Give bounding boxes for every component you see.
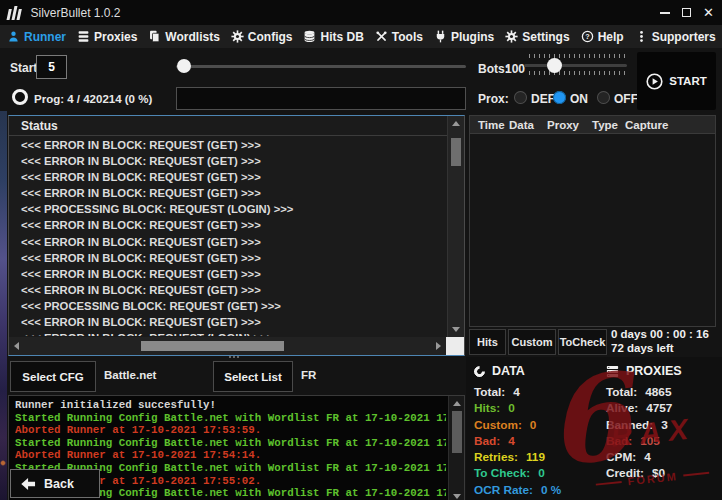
- stat-row: Credit: $0: [606, 466, 722, 482]
- tab-tocheck[interactable]: ToCheck: [558, 329, 607, 355]
- scroll-up-arrow-icon[interactable]: [452, 121, 460, 126]
- tab-custom[interactable]: Custom: [508, 329, 556, 355]
- status-column-header[interactable]: Status: [21, 119, 58, 133]
- proxies-stats-panel: PROXIES Total: 4865 Alive: 4757 Banned: …: [606, 362, 722, 483]
- prox-label: Prox:: [478, 92, 509, 106]
- stat-label: Retries:: [474, 450, 518, 466]
- stat-row: Hits: 0: [474, 401, 599, 417]
- menu-label: Help: [598, 30, 624, 44]
- stat-row: Total: 4: [474, 385, 599, 401]
- menu-item-hits-db[interactable]: Hits DB: [303, 30, 363, 44]
- maximize-button[interactable]: [682, 8, 691, 17]
- column-header[interactable]: Time: [478, 119, 509, 131]
- status-hscroll-thumb[interactable]: [141, 341, 284, 351]
- bots-slider-handle[interactable]: [547, 58, 562, 73]
- scroll-down-arrow-icon[interactable]: [453, 494, 461, 499]
- menu-item-help[interactable]: ? Help: [581, 30, 624, 44]
- log-line: Runner initialized succesfully!: [15, 399, 446, 412]
- bots-slider-track[interactable]: [524, 64, 627, 67]
- column-header[interactable]: Type: [592, 119, 625, 131]
- stat-value: 0: [530, 418, 537, 434]
- help-icon: ?: [581, 30, 594, 43]
- status-row: <<< ERROR IN BLOCK: REQUEST (GET) >>>: [21, 153, 445, 169]
- app-window: SilverBullet 1.0.2 ✕ Runner Proxies Word…: [0, 0, 722, 500]
- stat-value: 4757: [646, 401, 672, 417]
- column-header[interactable]: Capture: [625, 119, 668, 131]
- menu-item-proxies[interactable]: Proxies: [77, 30, 137, 44]
- stat-label: Total:: [474, 385, 505, 401]
- stat-value: $0: [652, 466, 665, 482]
- stat-label: CPM:: [606, 450, 636, 466]
- close-button[interactable]: ✕: [703, 6, 714, 19]
- start-slider-handle[interactable]: [177, 59, 191, 73]
- stat-label: Banned:: [606, 418, 653, 434]
- log-vscroll-thumb[interactable]: [452, 411, 462, 453]
- menu-item-settings[interactable]: Settings: [505, 30, 569, 44]
- status-header-divider: [9, 135, 447, 136]
- stat-value: 105: [640, 434, 660, 450]
- scroll-left-arrow-icon[interactable]: [14, 342, 19, 350]
- data-rows: Total: 4 Hits: 0 Custom: 0 Bad: 4: [474, 385, 599, 499]
- menu-label: Tools: [392, 30, 423, 44]
- results-table: TimeDataProxyTypeCapture: [469, 115, 716, 327]
- selected-wordlist-value: FR: [301, 369, 316, 381]
- column-header[interactable]: Data: [509, 119, 547, 131]
- stat-value: 4: [513, 385, 520, 401]
- bots-ticks-bottom: [529, 71, 628, 75]
- menu-item-runner[interactable]: Runner: [7, 30, 66, 44]
- select-list-button[interactable]: Select List: [213, 361, 293, 392]
- results-table-header: TimeDataProxyTypeCapture: [470, 116, 715, 134]
- select-cfg-button[interactable]: Select CFG: [10, 361, 96, 392]
- menu-label: Supporters: [652, 30, 716, 44]
- data-ring-icon: [472, 363, 488, 379]
- menu-label: Hits DB: [320, 30, 363, 44]
- stat-row: Total: 4865: [606, 385, 722, 401]
- prox-option-def[interactable]: DEF: [531, 92, 555, 106]
- prox-radio-def[interactable]: [514, 91, 527, 104]
- prox-radio-on[interactable]: [553, 91, 566, 104]
- menu-item-configs[interactable]: Configs: [231, 30, 293, 44]
- log-vertical-scrollbar[interactable]: [448, 396, 464, 500]
- back-arrow-icon: [20, 477, 37, 491]
- elapsed-timer: 0 days 00 : 00 : 16: [611, 328, 709, 340]
- prox-option-on[interactable]: ON: [570, 92, 588, 106]
- app-logo-icon: [7, 6, 22, 20]
- prox-radio-off[interactable]: [597, 91, 610, 104]
- start-button[interactable]: START: [637, 52, 716, 110]
- scrollbar-corner: [446, 337, 464, 355]
- menu-label: Plugins: [451, 30, 494, 44]
- prog-radio[interactable]: [12, 89, 28, 105]
- start-slider-track[interactable]: [176, 65, 466, 68]
- status-vscroll-thumb[interactable]: [451, 138, 461, 166]
- splitter-grip[interactable]: [228, 355, 240, 360]
- menu-item-supporters[interactable]: Supporters: [635, 30, 716, 44]
- column-header[interactable]: Proxy: [547, 119, 592, 131]
- status-row: <<< ERROR IN BLOCK: REQUEST (GET) >>>: [21, 234, 445, 250]
- menu-item-tools[interactable]: Tools: [375, 30, 423, 44]
- wordlists-icon: [148, 30, 161, 43]
- tab-hits[interactable]: Hits: [469, 329, 506, 355]
- scroll-up-arrow-icon[interactable]: [453, 401, 461, 406]
- data-panel-header: DATA: [474, 362, 599, 380]
- prog-input[interactable]: [176, 87, 466, 110]
- server-stack-icon: [606, 365, 619, 378]
- menu-item-plugins[interactable]: Plugins: [434, 30, 494, 44]
- stat-row: Retries: 119: [474, 450, 599, 466]
- scroll-down-arrow-icon[interactable]: [452, 327, 460, 332]
- log-line: Started Running Config Battle.net with W…: [15, 412, 446, 425]
- menu-item-wordlists[interactable]: Wordlists: [148, 30, 219, 44]
- start-input[interactable]: [36, 55, 67, 79]
- status-row: <<< ERROR IN BLOCK: REQUEST (GET) >>>: [21, 250, 445, 266]
- status-horizontal-scrollbar[interactable]: [9, 337, 446, 355]
- status-row: <<< ERROR IN BLOCK: REQUEST (GET) >>>: [21, 137, 445, 153]
- log-line: Aborted Runner at 17-10-2021 17:54:14.: [15, 449, 446, 462]
- status-row: <<< ERROR IN BLOCK: REQUEST (GET) >>>: [21, 282, 445, 298]
- minimize-button[interactable]: [660, 12, 670, 14]
- stat-value: 4: [508, 434, 515, 450]
- menu-label: Runner: [24, 30, 66, 44]
- back-button[interactable]: Back: [10, 469, 100, 498]
- prox-option-off[interactable]: OFF: [614, 92, 638, 106]
- status-vertical-scrollbar[interactable]: [447, 116, 464, 337]
- scroll-right-arrow-icon[interactable]: [436, 342, 441, 350]
- titlebar: SilverBullet 1.0.2 ✕: [0, 0, 722, 25]
